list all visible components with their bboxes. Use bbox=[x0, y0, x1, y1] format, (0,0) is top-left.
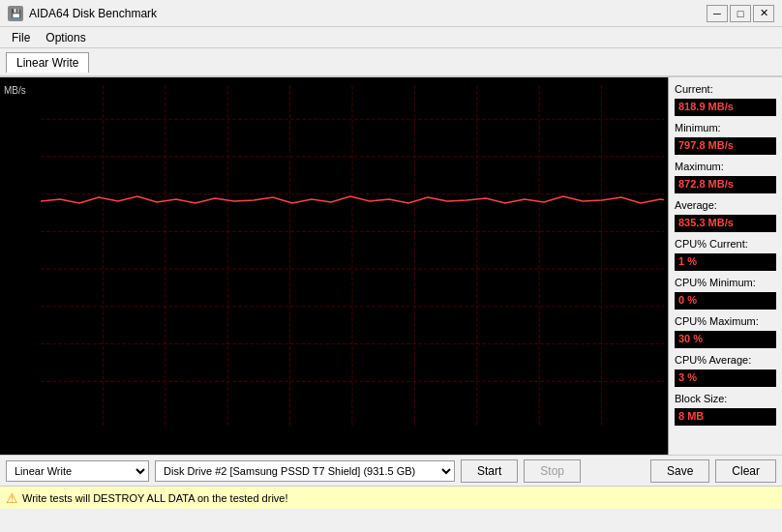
maximize-button[interactable]: □ bbox=[730, 5, 751, 22]
test-selector[interactable]: Linear Write Linear Read Random Write Ra… bbox=[6, 460, 149, 482]
menu-file[interactable]: File bbox=[4, 29, 38, 46]
app-title: AIDA64 Disk Benchmark bbox=[29, 7, 157, 20]
cpu-minimum-label: CPU% Minimum: bbox=[675, 277, 776, 288]
cpu-current-value: 1 % bbox=[675, 253, 776, 271]
block-size-label: Block Size: bbox=[675, 393, 776, 404]
maximum-label: Maximum: bbox=[675, 161, 776, 172]
cpu-current-label: CPU% Current: bbox=[675, 238, 776, 250]
cpu-average-label: CPU% Average: bbox=[675, 354, 776, 366]
stats-panel: Current: 818.9 MB/s Minimum: 797.8 MB/s … bbox=[668, 77, 782, 455]
benchmark-chart: 990 880 770 660 550 440 330 220 110 0 10… bbox=[41, 85, 664, 426]
current-label: Current: bbox=[675, 83, 776, 95]
title-bar: 💾 AIDA64 Disk Benchmark ─ □ ✕ bbox=[0, 0, 782, 27]
close-button[interactable]: ✕ bbox=[753, 5, 774, 22]
current-value: 818.9 MB/s bbox=[675, 99, 776, 116]
bottom-controls: Linear Write Linear Read Random Write Ra… bbox=[0, 455, 782, 486]
save-button[interactable]: Save bbox=[650, 459, 709, 483]
warning-bar: ⚠ Write tests will DESTROY ALL DATA on t… bbox=[0, 486, 782, 509]
minimum-label: Minimum: bbox=[675, 122, 776, 133]
clear-button[interactable]: Clear bbox=[715, 459, 776, 483]
minimum-value: 797.8 MB/s bbox=[675, 137, 776, 155]
menu-bar: File Options bbox=[0, 27, 782, 48]
chart-area: MB/s 136:28 bbox=[0, 77, 668, 455]
warning-text: Write tests will DESTROY ALL DATA on the… bbox=[22, 492, 288, 504]
start-button[interactable]: Start bbox=[461, 459, 518, 483]
cpu-maximum-label: CPU% Maximum: bbox=[675, 315, 776, 327]
cpu-minimum-value: 0 % bbox=[675, 292, 776, 310]
drive-selector[interactable]: Disk Drive #2 [Samsung PSSD T7 Shield] (… bbox=[155, 460, 455, 482]
cpu-average-value: 3 % bbox=[675, 369, 776, 387]
menu-options[interactable]: Options bbox=[38, 29, 93, 46]
window-controls: ─ □ ✕ bbox=[707, 5, 774, 22]
main-content: MB/s 136:28 bbox=[0, 77, 782, 455]
stop-button[interactable]: Stop bbox=[524, 459, 581, 483]
y-axis-label: MB/s bbox=[4, 85, 26, 96]
cpu-maximum-value: 30 % bbox=[675, 331, 776, 348]
minimize-button[interactable]: ─ bbox=[707, 5, 728, 22]
average-value: 835.3 MB/s bbox=[675, 215, 776, 232]
block-size-value: 8 MB bbox=[675, 408, 776, 426]
maximum-value: 872.8 MB/s bbox=[675, 176, 776, 193]
warning-icon: ⚠ bbox=[6, 490, 18, 506]
tab-linear-write[interactable]: Linear Write bbox=[6, 52, 89, 73]
average-label: Average: bbox=[675, 199, 776, 211]
tab-bar: Linear Write bbox=[0, 48, 782, 77]
app-icon: 💾 bbox=[8, 6, 23, 21]
